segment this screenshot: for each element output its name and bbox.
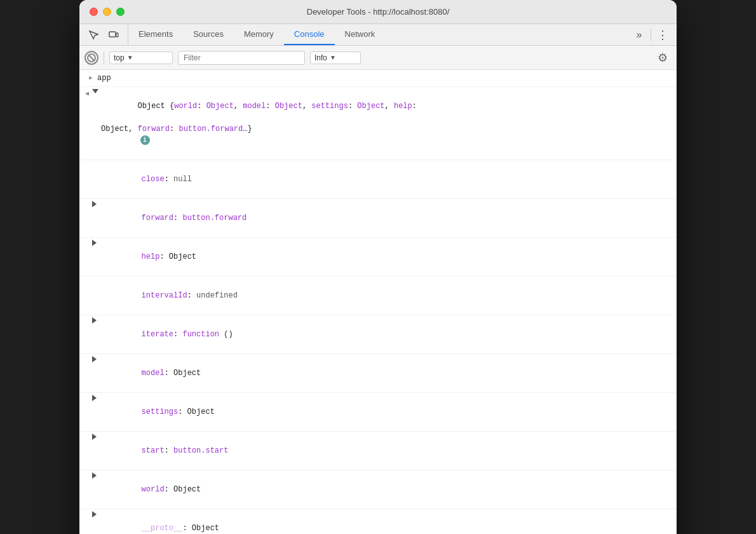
console-row-world: ▶ world: Object (79, 470, 677, 509)
expand-triangle-down[interactable] (92, 88, 101, 93)
console-row-start: ▶ start: button.start (79, 432, 677, 470)
row-spacer-2 (92, 161, 105, 162)
object-summary: Object {world: Object, model: Object, se… (101, 88, 677, 158)
divider (651, 29, 651, 41)
expand-arrow-app[interactable]: ▶ (84, 74, 97, 83)
expand-proto[interactable] (92, 510, 105, 517)
console-row-close: ▶ close: null (79, 160, 677, 199)
window-title: Developer Tools - http://localhost:8080/ (307, 7, 450, 17)
chevron-down-icon: ▼ (127, 54, 133, 61)
level-chevron-icon: ▼ (330, 54, 336, 61)
model-property: model: Object (105, 355, 677, 391)
info-badge[interactable]: i (140, 135, 150, 145)
settings-button[interactable]: ⚙ (654, 49, 672, 67)
maximize-window-button[interactable] (116, 8, 125, 16)
svg-line-3 (89, 55, 94, 60)
tab-bar: Elements Sources Memory Console Network … (79, 24, 677, 46)
overflow-menu-button[interactable]: ⋮ (654, 26, 672, 44)
back-arrow[interactable]: ◀ (79, 88, 92, 99)
help-property: help: Object (105, 239, 677, 275)
toolbar-divider (104, 51, 104, 64)
svg-rect-0 (109, 32, 116, 37)
proto-property: __proto__: Object (105, 510, 677, 534)
expand-world[interactable] (92, 472, 105, 479)
minimize-window-button[interactable] (103, 8, 111, 16)
gear-icon: ⚙ (658, 51, 668, 65)
device-toggle-button[interactable] (105, 26, 123, 44)
traffic-lights (90, 8, 125, 16)
tab-console[interactable]: Console (284, 24, 335, 45)
app-label: app (97, 72, 111, 84)
tab-sources[interactable]: Sources (183, 24, 234, 45)
world-property: world: Object (105, 472, 677, 507)
main-tabs: Elements Sources Memory Console Network (128, 24, 625, 45)
intervalid-property: intervalId: undefined (105, 278, 677, 313)
more-tabs-button[interactable]: » (630, 26, 648, 44)
settings-property: settings: Object (105, 394, 677, 430)
tab-elements[interactable]: Elements (128, 24, 183, 45)
close-property: close: null (105, 161, 677, 197)
console-row-app: ▶ app (79, 70, 677, 87)
expand-iterate[interactable] (92, 317, 105, 324)
forward-property: forward: button.forward (105, 200, 677, 236)
devtools-window: Developer Tools - http://localhost:8080/… (79, 0, 677, 534)
filter-input[interactable] (178, 51, 305, 65)
start-property: start: button.start (105, 433, 677, 469)
tab-bar-right: » ⋮ (625, 24, 677, 45)
expand-start[interactable] (92, 433, 105, 440)
console-toolbar: top ▼ Info ▼ ⚙ (79, 46, 677, 70)
log-level-selector[interactable]: Info ▼ (310, 51, 361, 64)
console-row-intervalid: ▶ intervalId: undefined (79, 277, 677, 315)
clear-console-button[interactable] (84, 51, 98, 65)
console-output: ▶ app ◀ Object {world: Object, model: Ob… (79, 70, 677, 534)
console-row-iterate: ▶ iterate: function () (79, 315, 677, 354)
expand-help[interactable] (92, 239, 105, 246)
title-bar: Developer Tools - http://localhost:8080/ (79, 0, 677, 24)
tab-bar-icons (79, 24, 128, 45)
context-selector[interactable]: top ▼ (109, 51, 173, 64)
console-row-model: ▶ model: Object (79, 354, 677, 393)
expand-settings[interactable] (92, 394, 105, 401)
console-row-proto: ▶ __proto__: Object (79, 509, 677, 534)
close-window-button[interactable] (90, 8, 98, 16)
row-spacer-6 (92, 278, 105, 278)
tab-network[interactable]: Network (335, 24, 386, 45)
expand-model[interactable] (92, 355, 105, 362)
expand-forward[interactable] (92, 200, 105, 207)
console-row-settings: ▶ settings: Object (79, 393, 677, 432)
console-row-object: ◀ Object {world: Object, model: Object, … (79, 87, 677, 160)
tab-memory[interactable]: Memory (234, 24, 284, 45)
console-row-forward: ▶ forward: button.forward (79, 199, 677, 238)
console-row-help: ▶ help: Object (79, 238, 677, 277)
inspect-element-button[interactable] (84, 26, 102, 44)
svg-rect-1 (116, 33, 118, 37)
iterate-property: iterate: function () (105, 317, 677, 352)
